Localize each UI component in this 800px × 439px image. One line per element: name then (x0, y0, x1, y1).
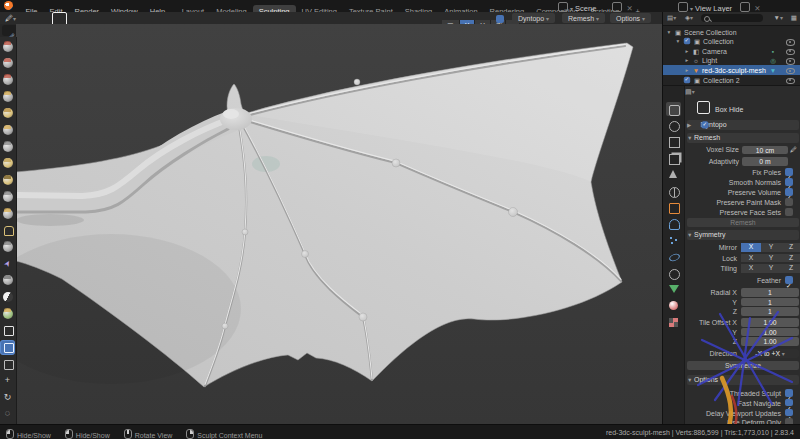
tool-layer[interactable] (1, 124, 14, 137)
tool-move[interactable]: + (1, 374, 14, 387)
mirror-axis-x[interactable]: X (741, 243, 762, 252)
properties-tab-particles[interactable] (666, 233, 681, 247)
3d-viewport[interactable] (16, 24, 662, 424)
properties-tab-world[interactable] (666, 184, 681, 198)
outliner-row-light[interactable]: ▸☼Light◎ (663, 56, 800, 66)
tool-crease[interactable] (1, 174, 14, 187)
properties-tab-render[interactable] (666, 118, 681, 132)
properties-tab-object-data[interactable] (666, 282, 681, 296)
properties-tab-physics[interactable] (666, 250, 681, 264)
visibility-eye-icon[interactable] (786, 78, 795, 85)
panel-header-symmetry[interactable]: ▼ Symmetry (687, 230, 799, 240)
expander-icon[interactable]: ▾ (674, 38, 682, 44)
expander-icon[interactable]: ▸ (683, 48, 691, 54)
panel-header-dyntopo[interactable]: ▶ Dyntopo (687, 120, 799, 130)
properties-tab-scene[interactable] (666, 168, 681, 182)
options-popover[interactable]: Options ▾ (610, 13, 651, 23)
view-layer-selector[interactable]: ▾ View Layer ✕ (676, 2, 761, 13)
tool-blob[interactable] (1, 157, 14, 170)
outliner-display-mode-icon[interactable]: ▤▾ (667, 14, 676, 22)
panel-header-remesh[interactable]: ▼ Remesh (687, 133, 799, 143)
tool-smooth[interactable] (1, 190, 14, 203)
radial-x-field[interactable]: 1 (741, 288, 799, 297)
tool-snake-hook[interactable]: ➤ (1, 257, 14, 270)
properties-context-icon[interactable]: ▤▾ (685, 88, 695, 96)
tool-box-face-set[interactable] (1, 357, 14, 370)
active-brush-icon[interactable]: 🖉▾ (5, 14, 16, 23)
tool-fill[interactable] (1, 224, 14, 237)
properties-tab-active-tool[interactable] (666, 102, 681, 116)
tool-mask[interactable] (1, 291, 14, 304)
new-view-layer-icon[interactable] (740, 2, 750, 12)
tool-rotate[interactable]: ↻ (1, 391, 14, 404)
tool-thumb[interactable] (1, 274, 14, 287)
outliner-row-camera[interactable]: ▸◧Camera▪ (663, 46, 800, 56)
tool-clay-thumb[interactable] (1, 107, 14, 120)
blender-logo-icon[interactable] (4, 1, 13, 10)
filter-funnel-icon[interactable]: ▼▾ (774, 14, 783, 21)
direction-dropdown[interactable]: -X to +X ▾ (741, 349, 799, 358)
eyedropper-icon[interactable]: 🖉 (790, 146, 797, 153)
symmetrize-button[interactable]: Symmetrize (687, 361, 799, 370)
panel-header-options[interactable]: ▼ Options (687, 375, 799, 385)
checkbox-preserve-paint-mask[interactable] (785, 198, 793, 206)
mirror-axis-y[interactable]: Y (761, 243, 782, 252)
checkbox-delay-viewport-updates[interactable] (785, 409, 793, 417)
tool-inflate[interactable] (1, 140, 14, 153)
tool-box-hide[interactable] (1, 341, 14, 354)
expander-icon[interactable]: ▾ (665, 29, 673, 35)
tile-offset-field[interactable]: 1.00 (741, 318, 799, 327)
properties-tab-texture[interactable] (666, 315, 681, 329)
properties-tab-object[interactable] (666, 200, 681, 214)
tool-box-mask[interactable] (1, 324, 14, 337)
checkbox-smooth-normals[interactable] (785, 178, 793, 186)
radial-y-field[interactable]: 1 (741, 298, 799, 307)
collection-checkbox[interactable] (684, 38, 690, 44)
outliner-row-red-3dc-sculpt-mesh[interactable]: ▸▼red-3dc-sculpt-mesh▼ (663, 65, 800, 75)
expander-icon[interactable]: ▸ (683, 67, 691, 73)
checkbox-threaded-sculpt[interactable] (785, 389, 793, 397)
dyntopo-enable-checkbox[interactable] (702, 122, 708, 128)
outliner-row-collection-2[interactable]: ▣Collection 2 (663, 75, 800, 85)
tool-transform[interactable]: ◌ (1, 407, 14, 420)
voxel-size-slider[interactable]: 10 cm (742, 146, 788, 155)
properties-tab-view-layer[interactable] (666, 151, 681, 165)
outliner-row-scene-collection[interactable]: ▾▣Scene Collection (663, 27, 800, 37)
properties-tab-output[interactable] (666, 135, 681, 149)
remesh-button[interactable]: Remesh (687, 218, 799, 227)
tool-scrape[interactable] (1, 240, 14, 253)
scene-selector[interactable]: ▾ Scene ✕ (556, 2, 633, 13)
lock-axis-y[interactable]: Y (761, 254, 782, 263)
expander-icon[interactable]: ▸ (683, 57, 691, 63)
tool-flatten[interactable] (1, 207, 14, 220)
properties-tab-constraints[interactable] (666, 266, 681, 280)
mirror-axis-z[interactable]: Z (781, 243, 800, 252)
new-scene-icon[interactable] (612, 2, 622, 12)
collection-checkbox[interactable] (684, 77, 690, 83)
radial-z-field[interactable]: 1 (741, 307, 799, 316)
outliner-search-input[interactable] (701, 14, 763, 22)
tiling-axis-y[interactable]: Y (761, 264, 782, 273)
checkbox-fix-poles[interactable] (785, 168, 793, 176)
properties-tab-material[interactable] (666, 299, 681, 313)
lock-axis-x[interactable]: X (741, 254, 762, 263)
tile-offset-field[interactable]: 1.00 (741, 337, 799, 346)
dyntopo-popover[interactable]: Dyntopo ▾ (512, 13, 555, 23)
visibility-eye-icon[interactable] (786, 58, 795, 65)
checkbox-fast-navigate[interactable] (785, 399, 793, 407)
tiling-axis-x[interactable]: X (741, 264, 762, 273)
checkbox-preserve-volume[interactable] (785, 188, 793, 196)
tool-clay[interactable] (1, 73, 14, 86)
outliner-options-icon[interactable]: ▦ (791, 14, 797, 22)
tile-offset-field[interactable]: 1.00 (741, 328, 799, 337)
outliner-filter-mode-icon[interactable]: ◈▾ (685, 14, 693, 22)
outliner-row-collection[interactable]: ▾▣Collection (663, 37, 800, 47)
visibility-eye-icon[interactable] (786, 49, 795, 56)
tool-clay-strips[interactable] (1, 90, 14, 103)
tool-draw-sharp[interactable] (1, 57, 14, 70)
feather-checkbox[interactable] (785, 276, 793, 284)
tool-draw[interactable] (1, 40, 14, 53)
properties-tab-modifiers[interactable] (666, 217, 681, 231)
visibility-eye-icon[interactable] (786, 68, 795, 75)
tiling-axis-z[interactable]: Z (781, 264, 800, 273)
